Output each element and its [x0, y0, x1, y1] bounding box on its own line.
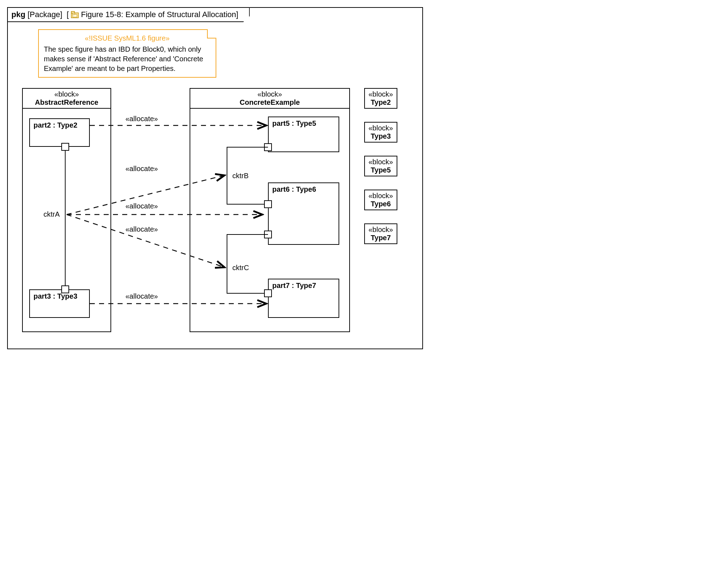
- port-part6-top: [264, 200, 272, 208]
- part7: part7 : Type7: [268, 279, 339, 318]
- note-body: The spec figure has an IBD for Block0, w…: [44, 45, 211, 73]
- issue-note: «!ISSUE SysML1.6 figure» The spec figure…: [38, 29, 216, 78]
- diagram-frame: pkg [Package] [ Figure 15-8: Example of …: [7, 7, 423, 349]
- svg-rect-3: [73, 13, 75, 15]
- abstract-stereo: «block»: [25, 90, 108, 98]
- svg-rect-1: [71, 11, 74, 13]
- block-abstract-header: «block» AbstractReference: [23, 89, 110, 109]
- allocate-label-4: «allocate»: [125, 225, 158, 233]
- type5-block: «block» Type5: [364, 156, 397, 176]
- allocate-label-2: «allocate»: [125, 165, 158, 173]
- port-part6-bot: [264, 231, 272, 238]
- note-title: «!ISSUE SysML1.6 figure»: [44, 33, 211, 43]
- allocate-label-1: «allocate»: [125, 115, 158, 123]
- allocate-label-3: «allocate»: [125, 202, 158, 210]
- abstract-name: AbstractReference: [25, 98, 108, 107]
- pkg-keyword: pkg: [11, 10, 25, 19]
- cktrC-label: cktrC: [232, 264, 249, 272]
- package-icon: [71, 11, 79, 18]
- type7-block: «block» Type7: [364, 223, 397, 244]
- port-part5: [264, 143, 272, 151]
- concrete-stereo: «block»: [192, 90, 347, 98]
- type2-block: «block» Type2: [364, 88, 397, 109]
- part6: part6 : Type6: [268, 182, 339, 245]
- part5: part5 : Type5: [268, 117, 339, 152]
- port-part3: [61, 285, 69, 293]
- type6-block: «block» Type6: [364, 190, 397, 210]
- port-part7: [264, 289, 272, 297]
- frame-header: pkg [Package] [ Figure 15-8: Example of …: [7, 7, 250, 22]
- cktrB-label: cktrB: [232, 172, 249, 180]
- port-part2: [61, 143, 69, 151]
- header-title: Figure 15-8: Example of Structural Alloc…: [81, 10, 238, 19]
- part3: part3 : Type3: [29, 289, 90, 318]
- concrete-name: ConcreteExample: [192, 98, 347, 107]
- part2: part2 : Type2: [29, 118, 90, 147]
- block-concrete-header: «block» ConcreteExample: [190, 89, 349, 109]
- cktrA-label: cktrA: [43, 210, 60, 218]
- header-type: [Package]: [27, 10, 62, 19]
- allocate-label-5: «allocate»: [125, 292, 158, 300]
- type3-block: «block» Type3: [364, 122, 397, 143]
